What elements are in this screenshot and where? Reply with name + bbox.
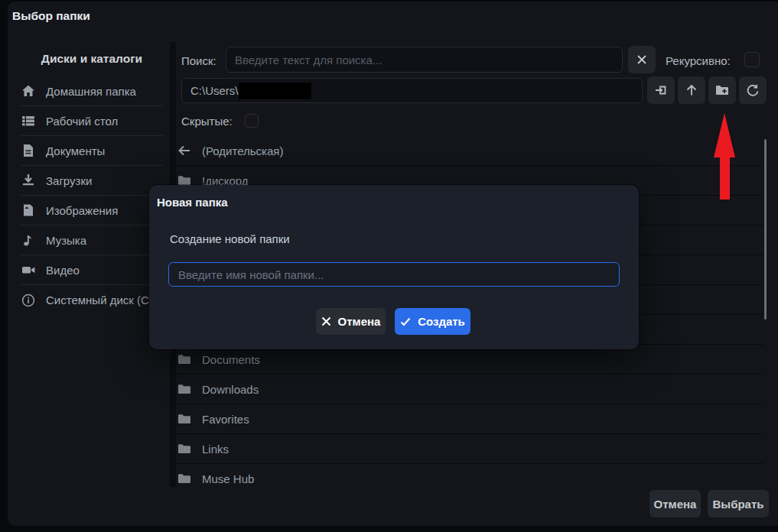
x-icon: [321, 316, 331, 326]
recursive-label: Рекурсивно:: [666, 54, 731, 67]
video-icon: [21, 262, 36, 277]
sidebar-item-label: Домашняя папка: [46, 85, 136, 98]
back-arrow-icon: [177, 144, 192, 157]
go-to-path-button[interactable]: [647, 76, 675, 104]
sidebar-item-videos[interactable]: Видео: [21, 255, 163, 285]
search-input[interactable]: Введите текст для поиска...: [226, 47, 623, 73]
scrollbar-thumb[interactable]: [764, 139, 767, 320]
path-input[interactable]: C:\Users\: [181, 78, 643, 103]
desktop-icon: [21, 113, 36, 128]
file-row-label: Favorites: [202, 413, 249, 426]
file-row-label: Links: [202, 443, 229, 456]
sidebar-item-label: Документы: [46, 144, 105, 157]
refresh-button[interactable]: [739, 76, 767, 104]
folder-icon: [177, 443, 192, 455]
sidebar-item-pictures[interactable]: Изображения: [21, 196, 163, 225]
sidebar-item-desktop[interactable]: Рабочий стол: [21, 106, 163, 136]
image-icon: [21, 203, 36, 218]
file-row[interactable]: Links: [176, 434, 763, 464]
new-folder-input-placeholder: Введите имя новой папки...: [178, 268, 324, 281]
enter-icon: [653, 83, 669, 98]
folder-icon: [177, 383, 192, 395]
check-icon: [400, 317, 411, 326]
annotation-arrow-icon: [714, 113, 735, 157]
home-icon: [21, 83, 36, 99]
sidebar-item-label: Изображения: [46, 204, 118, 217]
new-folder-name-input[interactable]: Введите имя новой папки...: [168, 262, 620, 287]
refresh-icon: [745, 83, 760, 98]
sidebar-item-label: Рабочий стол: [46, 115, 118, 128]
arrow-up-icon: [684, 83, 699, 98]
dialog-select-button[interactable]: Выбрать: [708, 490, 769, 517]
sidebar-item-system-drive[interactable]: Системный диск (C:\: [21, 285, 163, 315]
sidebar-item-downloads[interactable]: Загрузки: [21, 166, 163, 196]
dialog-cancel-button[interactable]: Отмена: [649, 490, 701, 517]
parent-folder-label: (Родительская): [202, 144, 283, 157]
file-row-label: Documents: [202, 353, 260, 366]
info-icon: [21, 293, 36, 308]
sidebar-header: Диски и каталоги: [21, 52, 163, 66]
modal-cancel-button[interactable]: Отмена: [316, 308, 386, 335]
recursive-checkbox[interactable]: [744, 52, 760, 67]
modal-title: Новая папка: [157, 196, 228, 209]
search-label: Поиск:: [181, 54, 216, 67]
file-row-label: Downloads: [202, 383, 259, 396]
parent-folder-button[interactable]: [678, 76, 705, 104]
sidebar-item-label: Музыка: [46, 234, 86, 247]
folder-icon: [177, 472, 192, 485]
clear-search-button[interactable]: [628, 46, 656, 73]
annotation-arrow-shaft: [720, 157, 730, 200]
folder-icon: [177, 413, 192, 425]
file-row[interactable]: Downloads: [176, 375, 763, 404]
file-row-label: Muse Hub: [202, 472, 254, 485]
folder-plus-icon: [715, 83, 730, 98]
modal-cancel-label: Отмена: [338, 315, 381, 328]
sidebar-item-label: Видео: [46, 264, 80, 277]
modal-create-button[interactable]: Создать: [395, 308, 470, 335]
sidebar-item-label: Системный диск (C:\: [46, 294, 155, 307]
sidebar-item-documents[interactable]: Документы: [21, 136, 163, 166]
search-placeholder: Введите текст для поиска...: [235, 54, 382, 66]
file-row[interactable]: Muse Hub: [176, 464, 763, 487]
file-row[interactable]: Favorites: [176, 404, 763, 434]
sidebar-item-home[interactable]: Домашняя папка: [21, 76, 163, 106]
modal-message: Создание новой папки: [170, 232, 290, 245]
music-icon: [21, 232, 36, 248]
sidebar-item-music[interactable]: Музыка: [21, 225, 163, 255]
folder-picker-dialog: Выбор папки Диски и каталоги Домашняя па…: [8, 2, 778, 526]
parent-folder-row[interactable]: (Родительская): [176, 136, 763, 166]
sidebar-item-label: Загрузки: [46, 174, 92, 187]
modal-create-label: Создать: [418, 315, 465, 328]
new-folder-button[interactable]: [708, 76, 736, 104]
x-icon: [636, 54, 648, 66]
hidden-checkbox[interactable]: [245, 114, 259, 128]
hidden-label: Скрытые:: [181, 115, 233, 128]
folder-icon: [177, 353, 192, 365]
path-value: C:\Users\: [190, 84, 239, 97]
download-icon: [21, 173, 36, 188]
sidebar: Домашняя папка Рабочий стол: [8, 76, 170, 315]
document-icon: [21, 143, 36, 158]
new-folder-modal: Новая папка Создание новой папки Введите…: [149, 185, 639, 349]
redaction-box: [239, 83, 311, 99]
dialog-title: Выбор папки: [12, 9, 90, 23]
